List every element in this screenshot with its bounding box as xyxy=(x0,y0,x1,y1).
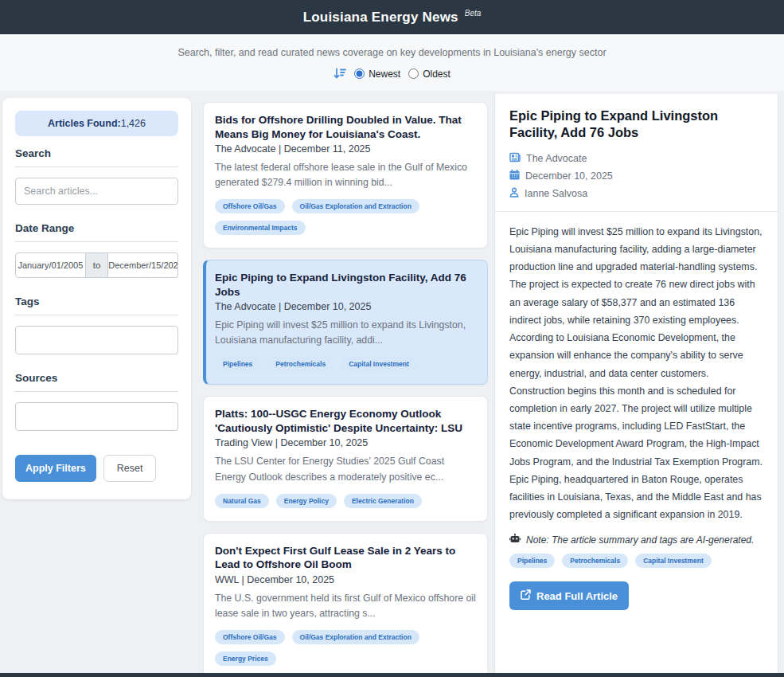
search-heading: Search xyxy=(15,147,178,159)
page-subtitle: Search, filter, and read curated news co… xyxy=(0,47,784,58)
sort-descending-icon xyxy=(333,68,346,80)
date-from-input[interactable] xyxy=(15,252,86,278)
apply-filters-button[interactable]: Apply Filters xyxy=(15,455,96,482)
sort-newest-label: Newest xyxy=(369,68,400,80)
detail-tags: PipelinesPetrochemicalsCapital Investmen… xyxy=(509,554,763,568)
filter-sidebar: Articles Found:1,426 Search Date Range t… xyxy=(2,98,191,499)
tag-pill: Energy Prices xyxy=(215,652,276,666)
sources-input[interactable] xyxy=(15,402,178,431)
article-detail-panel: Epic Piping to Expand Livingston Facilit… xyxy=(494,94,778,677)
tag-pill: Pipelines xyxy=(509,554,555,568)
ai-note-text: Note: The article summary and tags are A… xyxy=(526,534,754,546)
tag-pill: Natural Gas xyxy=(215,494,269,508)
divider xyxy=(15,391,178,392)
tag-pill: Capital Investment xyxy=(341,357,417,371)
article-card[interactable]: Epic Piping to Expand Livingston Facilit… xyxy=(203,260,488,385)
sort-oldest-label: Oldest xyxy=(423,68,451,80)
detail-source: The Advocate xyxy=(526,153,587,164)
article-card-tags: Offshore Oil/GasOil/Gas Exploration and … xyxy=(215,199,476,235)
date-to-input[interactable] xyxy=(107,252,178,278)
article-card[interactable]: Bids for Offshore Drilling Doubled in Va… xyxy=(203,102,488,248)
detail-date-row: December 10, 2025 xyxy=(509,170,763,182)
article-card-title: Bids for Offshore Drilling Doubled in Va… xyxy=(215,113,476,141)
article-list: Bids for Offshore Drilling Doubled in Va… xyxy=(203,92,488,677)
sort-oldest-radio[interactable] xyxy=(408,68,419,79)
date-separator-label: to xyxy=(86,252,108,278)
article-card-source: WWL | December 10, 2025 xyxy=(215,574,476,585)
article-card-source: The Advocate | December 11, 2025 xyxy=(215,143,476,155)
article-card-title: Don't Expect First Gulf Lease Sale in 2 … xyxy=(215,544,476,572)
external-link-icon xyxy=(521,589,531,602)
detail-meta: The Advocate December 10, 2025 xyxy=(509,152,763,200)
tag-pill: Petrochemicals xyxy=(562,554,628,568)
article-card-title: Platts: 100--USGC Energy Economy Outlook… xyxy=(215,407,476,435)
read-full-article-label: Read Full Article xyxy=(536,590,618,602)
tag-pill: Offshore Oil/Gas xyxy=(215,199,285,213)
detail-date: December 10, 2025 xyxy=(525,170,613,182)
newspaper-icon xyxy=(509,152,521,165)
article-card-excerpt: Epic Piping will invest $25 million to e… xyxy=(215,318,476,348)
person-icon xyxy=(509,187,519,200)
app-title: Louisiana Energy News xyxy=(303,10,458,25)
divider xyxy=(15,166,178,167)
app-footer xyxy=(0,673,784,677)
article-card-source: Trading View | December 10, 2025 xyxy=(215,437,476,448)
sort-controls: Newest Oldest xyxy=(0,68,784,80)
article-card[interactable]: Platts: 100--USGC Energy Economy Outlook… xyxy=(203,396,488,521)
tag-pill: Oil/Gas Exploration and Extraction xyxy=(292,630,419,644)
detail-source-row: The Advocate xyxy=(509,152,763,165)
tag-pill: Environmental Impacts xyxy=(215,221,306,235)
sources-heading: Sources xyxy=(15,372,178,384)
divider xyxy=(15,241,178,242)
search-input[interactable] xyxy=(15,178,178,205)
article-card-tags: Offshore Oil/GasOil/Gas Exploration and … xyxy=(215,630,476,666)
article-card-tags: Natural GasEnergy PolicyElectric Generat… xyxy=(215,494,476,508)
tag-pill: Energy Policy xyxy=(276,494,337,508)
divider xyxy=(15,315,178,315)
article-card-title: Epic Piping to Expand Livingston Facilit… xyxy=(215,271,476,299)
article-card-excerpt: The LSU Center for Energy Studies' 2025 … xyxy=(215,454,476,484)
ai-note: Note: The article summary and tags are A… xyxy=(509,534,763,546)
robot-icon xyxy=(509,534,521,546)
read-full-article-button[interactable]: Read Full Article xyxy=(509,581,629,610)
detail-title: Epic Piping to Expand Livingston Facilit… xyxy=(509,108,763,142)
topbar: Search, filter, and read curated news co… xyxy=(0,34,784,92)
detail-divider xyxy=(495,211,778,212)
main-layout: Articles Found:1,426 Search Date Range t… xyxy=(0,92,784,677)
tags-heading: Tags xyxy=(15,295,178,307)
date-range-heading: Date Range xyxy=(15,222,178,234)
sort-newest-radio[interactable] xyxy=(354,68,365,79)
sort-oldest-option[interactable]: Oldest xyxy=(408,68,451,80)
reset-button[interactable]: Reset xyxy=(103,455,157,482)
tags-input[interactable] xyxy=(15,326,178,354)
article-card-tags: PipelinesPetrochemicalsCapital Investmen… xyxy=(215,357,476,371)
calendar-icon xyxy=(509,170,520,182)
tag-pill: Offshore Oil/Gas xyxy=(215,630,285,644)
beta-badge: Beta xyxy=(465,9,482,18)
article-card-excerpt: The latest federal offshore lease sale i… xyxy=(215,160,476,190)
article-card[interactable]: Don't Expect First Gulf Lease Sale in 2 … xyxy=(203,533,488,677)
articles-found-value: 1,426 xyxy=(121,118,146,129)
filter-buttons: Apply Filters Reset xyxy=(15,455,178,482)
article-card-source: The Advocate | December 10, 2025 xyxy=(215,301,476,312)
article-card-excerpt: The U.S. government held its first Gulf … xyxy=(215,591,476,621)
detail-body: Epic Piping will invest $25 million to e… xyxy=(509,223,763,523)
tag-pill: Oil/Gas Exploration and Extraction xyxy=(292,199,419,213)
sort-newest-option[interactable]: Newest xyxy=(354,68,400,80)
tag-pill: Pipelines xyxy=(215,357,260,371)
tag-pill: Petrochemicals xyxy=(267,357,333,371)
detail-author: Ianne Salvosa xyxy=(525,188,587,199)
date-range-group: to xyxy=(15,252,178,278)
tag-pill: Electric Generation xyxy=(344,494,422,508)
articles-found-counter: Articles Found:1,426 xyxy=(15,111,178,136)
tag-pill: Capital Investment xyxy=(635,554,712,568)
articles-found-label: Articles Found: xyxy=(48,118,121,129)
detail-author-row: Ianne Salvosa xyxy=(509,187,763,200)
app-header: Louisiana Energy News Beta xyxy=(0,0,784,34)
